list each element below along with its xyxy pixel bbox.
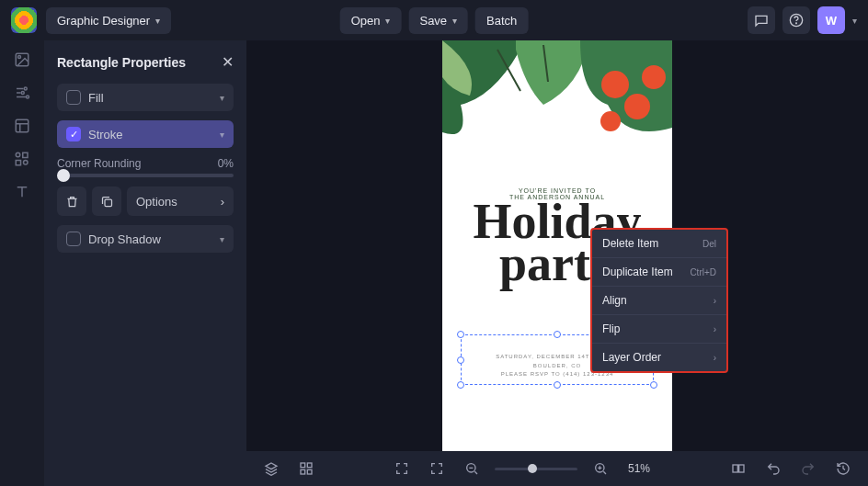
svg-rect-17 bbox=[301, 463, 305, 468]
chevron-down-icon: ▾ bbox=[220, 234, 224, 244]
redo-icon[interactable] bbox=[796, 457, 820, 480]
svg-rect-10 bbox=[16, 161, 20, 165]
drop-shadow-row[interactable]: Drop Shadow ▾ bbox=[57, 225, 234, 253]
save-button[interactable]: Save ▾ bbox=[408, 7, 468, 34]
context-menu: Delete Item Del Duplicate Item Ctrl+D Al… bbox=[590, 228, 728, 373]
layout-icon[interactable] bbox=[14, 118, 30, 134]
shapes-icon[interactable] bbox=[14, 151, 30, 167]
fit-icon[interactable] bbox=[425, 457, 449, 480]
chevron-down-icon[interactable]: ▾ bbox=[852, 16, 857, 26]
context-layer-order-label: Layer Order bbox=[602, 351, 661, 364]
stroke-checkbox[interactable] bbox=[66, 127, 81, 141]
action-row: Options › bbox=[57, 186, 234, 216]
fullscreen-icon[interactable] bbox=[390, 457, 414, 480]
bottombar: 51% bbox=[246, 451, 868, 486]
avatar[interactable]: W bbox=[817, 6, 845, 34]
main: Rectangle Properties ✕ Fill ▾ Stroke ▾ C… bbox=[0, 40, 868, 486]
duplicate-icon[interactable] bbox=[92, 186, 121, 216]
feedback-icon[interactable] bbox=[748, 6, 775, 34]
drop-shadow-checkbox[interactable] bbox=[66, 232, 81, 246]
chevron-down-icon: ▾ bbox=[452, 16, 457, 26]
avatar-letter: W bbox=[826, 14, 837, 28]
corner-rounding-slider[interactable] bbox=[57, 174, 234, 177]
chevron-right-icon: › bbox=[714, 353, 716, 363]
holly-illustration bbox=[442, 40, 672, 206]
invited-line: YOU'RE INVITED TO bbox=[442, 187, 672, 194]
context-flip[interactable]: Flip › bbox=[592, 315, 726, 344]
svg-point-14 bbox=[624, 94, 650, 119]
open-label: Open bbox=[351, 14, 381, 28]
chevron-down-icon: ▾ bbox=[220, 130, 224, 140]
drop-shadow-label: Drop Shadow bbox=[88, 232, 161, 246]
zoom-out-icon[interactable] bbox=[460, 457, 484, 480]
text-icon[interactable] bbox=[14, 184, 30, 200]
canvas-area[interactable]: YOU'RE INVITED TO THE ANDERSON ANNUAL Ho… bbox=[246, 40, 868, 486]
zoom-value: 51% bbox=[623, 462, 655, 475]
svg-rect-20 bbox=[307, 469, 312, 474]
compare-icon[interactable] bbox=[726, 457, 750, 480]
sliders-icon[interactable] bbox=[14, 85, 30, 101]
fill-label: Fill bbox=[88, 91, 104, 105]
svg-point-15 bbox=[642, 65, 666, 89]
zoom-in-icon[interactable] bbox=[588, 457, 612, 480]
undo-icon[interactable] bbox=[761, 457, 785, 480]
context-delete-label: Delete Item bbox=[602, 237, 658, 250]
chevron-down-icon: ▾ bbox=[220, 93, 224, 103]
svg-point-5 bbox=[21, 92, 24, 95]
panel-header: Rectangle Properties ✕ bbox=[57, 50, 234, 74]
svg-rect-12 bbox=[105, 199, 112, 207]
right-actions: W ▾ bbox=[748, 6, 857, 34]
svg-rect-24 bbox=[739, 465, 744, 472]
context-duplicate-label: Duplicate Item bbox=[602, 266, 673, 278]
image-icon[interactable] bbox=[14, 51, 30, 68]
context-align[interactable]: Align › bbox=[592, 287, 726, 315]
center-actions: Open ▾ Save ▾ Batch bbox=[340, 7, 529, 34]
fill-row[interactable]: Fill ▾ bbox=[57, 84, 234, 111]
fill-checkbox[interactable] bbox=[66, 90, 81, 105]
svg-point-11 bbox=[24, 161, 29, 165]
svg-rect-19 bbox=[301, 469, 305, 474]
svg-point-4 bbox=[24, 87, 27, 90]
context-delete[interactable]: Delete Item Del bbox=[592, 230, 726, 258]
open-button[interactable]: Open ▾ bbox=[340, 7, 402, 34]
left-rail bbox=[0, 40, 44, 486]
context-delete-shortcut: Del bbox=[702, 239, 716, 249]
zoom-thumb[interactable] bbox=[528, 464, 537, 473]
app-logo[interactable] bbox=[11, 7, 37, 33]
stroke-label: Stroke bbox=[88, 128, 123, 141]
chevron-right-icon: › bbox=[221, 195, 224, 209]
delete-icon[interactable] bbox=[57, 186, 86, 216]
corner-rounding-value: 0% bbox=[218, 157, 234, 170]
stroke-row[interactable]: Stroke ▾ bbox=[57, 120, 234, 148]
close-icon[interactable]: ✕ bbox=[222, 53, 234, 71]
layers-icon[interactable] bbox=[259, 457, 283, 480]
svg-point-8 bbox=[16, 153, 20, 157]
svg-point-13 bbox=[601, 71, 629, 98]
corner-rounding: Corner Rounding 0% bbox=[57, 157, 234, 177]
help-icon[interactable] bbox=[782, 6, 810, 34]
grid-icon[interactable] bbox=[294, 457, 318, 480]
context-duplicate[interactable]: Duplicate Item Ctrl+D bbox=[592, 258, 726, 287]
context-layer-order[interactable]: Layer Order › bbox=[592, 344, 726, 371]
mode-dropdown[interactable]: Graphic Designer ▾ bbox=[46, 7, 171, 34]
svg-rect-18 bbox=[307, 463, 312, 468]
svg-rect-9 bbox=[23, 153, 28, 157]
topbar: Graphic Designer ▾ Open ▾ Save ▾ Batch W… bbox=[0, 0, 868, 40]
batch-label: Batch bbox=[486, 14, 517, 28]
zoom-slider[interactable] bbox=[495, 468, 577, 470]
svg-rect-23 bbox=[733, 465, 737, 472]
context-duplicate-shortcut: Ctrl+D bbox=[690, 267, 716, 277]
options-label: Options bbox=[136, 195, 177, 209]
batch-button[interactable]: Batch bbox=[475, 7, 528, 34]
options-button[interactable]: Options › bbox=[127, 186, 234, 216]
corner-rounding-label: Corner Rounding bbox=[57, 157, 141, 170]
slider-thumb[interactable] bbox=[57, 169, 70, 182]
context-flip-label: Flip bbox=[602, 322, 620, 335]
context-align-label: Align bbox=[602, 294, 627, 307]
chevron-down-icon: ▾ bbox=[385, 16, 390, 26]
history-icon[interactable] bbox=[831, 457, 855, 480]
mode-label: Graphic Designer bbox=[57, 14, 150, 28]
chevron-right-icon: › bbox=[714, 296, 716, 306]
svg-point-3 bbox=[18, 56, 21, 59]
panel-title: Rectangle Properties bbox=[57, 55, 186, 70]
